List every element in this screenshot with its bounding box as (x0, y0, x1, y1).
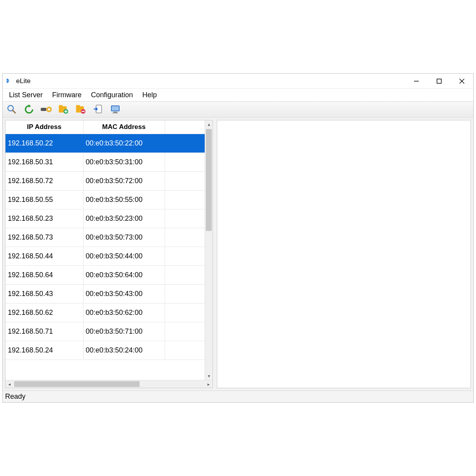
col-header-ip[interactable]: IP Address (5, 120, 83, 134)
cell-blank (165, 134, 205, 153)
folder-remove-icon[interactable] (75, 104, 87, 115)
statusbar: Ready (3, 391, 473, 402)
table-row[interactable]: 192.168.50.2300:e0:b3:50:23:00 (5, 209, 205, 228)
cell-blank (165, 153, 205, 171)
app-title: eLite (16, 77, 31, 85)
monitor-icon[interactable] (109, 104, 121, 115)
refresh-icon[interactable] (23, 104, 35, 115)
maximize-button[interactable] (428, 74, 451, 89)
horizontal-scrollbar[interactable]: ◂ ▸ (5, 380, 213, 388)
menu-firmware[interactable]: Firmware (47, 89, 86, 101)
svg-rect-6 (41, 108, 46, 111)
cell-blank (165, 247, 205, 265)
cell-ip: 192.168.50.73 (5, 228, 83, 247)
import-icon[interactable] (92, 104, 104, 115)
table-row[interactable]: 192.168.50.7200:e0:b3:50:72:00 (5, 171, 205, 190)
table-row[interactable]: 192.168.50.4300:e0:b3:50:43:00 (5, 284, 205, 303)
cell-ip: 192.168.50.71 (5, 322, 83, 341)
menu-configuration[interactable]: Configuration (86, 89, 138, 101)
table-row[interactable]: 192.168.50.2400:e0:b3:50:24:00 (5, 341, 205, 360)
menu-list-server[interactable]: List Server (4, 89, 47, 101)
app-window: eLite List Server Firmware Configuration… (2, 73, 474, 403)
cell-mac: 00:e0:b3:50:73:00 (83, 228, 165, 247)
cell-mac: 00:e0:b3:50:31:00 (83, 153, 165, 171)
cell-blank (165, 341, 205, 360)
content-area: IP Address MAC Address 192.168.50.2200:e… (3, 118, 473, 391)
table-row[interactable]: 192.168.50.7300:e0:b3:50:73:00 (5, 228, 205, 247)
svg-rect-21 (114, 112, 117, 113)
svg-rect-10 (59, 105, 63, 107)
window-controls (405, 74, 473, 89)
cell-blank (165, 265, 205, 284)
titlebar: eLite (3, 74, 473, 89)
folder-add-icon[interactable] (58, 104, 69, 115)
menubar: List Server Firmware Configuration Help (3, 89, 473, 101)
cell-ip: 192.168.50.24 (5, 341, 83, 360)
cell-mac: 00:e0:b3:50:62:00 (83, 303, 165, 322)
svg-rect-20 (112, 106, 119, 111)
cell-ip: 192.168.50.62 (5, 303, 83, 322)
toolbar (3, 101, 473, 118)
scroll-up-icon[interactable]: ▴ (205, 120, 213, 128)
table-row[interactable]: 192.168.50.5500:e0:b3:50:55:00 (5, 190, 205, 209)
cell-mac: 00:e0:b3:50:44:00 (83, 247, 165, 265)
scroll-thumb[interactable] (206, 129, 212, 231)
cell-mac: 00:e0:b3:50:22:00 (83, 134, 165, 153)
table-row[interactable]: 192.168.50.6400:e0:b3:50:64:00 (5, 265, 205, 284)
cell-blank (165, 284, 205, 303)
cell-mac: 00:e0:b3:50:23:00 (83, 209, 165, 228)
scroll-thumb-h[interactable] (14, 381, 140, 387)
cell-ip: 192.168.50.22 (5, 134, 83, 153)
search-icon[interactable] (6, 104, 18, 115)
key-icon[interactable] (40, 104, 52, 115)
cell-ip: 192.168.50.43 (5, 284, 83, 303)
cell-blank (165, 171, 205, 190)
cell-mac: 00:e0:b3:50:43:00 (83, 284, 165, 303)
cell-blank (165, 322, 205, 341)
svg-rect-15 (76, 105, 80, 107)
cell-blank (165, 303, 205, 322)
table-row[interactable]: 192.168.50.4400:e0:b3:50:44:00 (5, 247, 205, 265)
cell-mac: 00:e0:b3:50:64:00 (83, 265, 165, 284)
svg-rect-1 (437, 79, 441, 83)
table-row[interactable]: 192.168.50.6200:e0:b3:50:62:00 (5, 303, 205, 322)
cell-blank (165, 190, 205, 209)
svg-line-5 (13, 110, 15, 113)
status-text: Ready (5, 392, 25, 401)
server-list-panel: IP Address MAC Address 192.168.50.2200:e… (5, 120, 213, 388)
table-row[interactable]: 192.168.50.7100:e0:b3:50:71:00 (5, 322, 205, 341)
cell-mac: 00:e0:b3:50:24:00 (83, 341, 165, 360)
detail-panel (217, 120, 471, 388)
cell-mac: 00:e0:b3:50:55:00 (83, 190, 165, 209)
col-header-mac[interactable]: MAC Address (83, 120, 165, 134)
menu-help[interactable]: Help (138, 89, 162, 101)
app-icon (5, 77, 13, 85)
cell-blank (165, 228, 205, 247)
cell-blank (165, 209, 205, 228)
table-row[interactable]: 192.168.50.2200:e0:b3:50:22:00 (5, 134, 205, 153)
svg-rect-22 (113, 113, 118, 113)
cell-ip: 192.168.50.72 (5, 171, 83, 190)
cell-ip: 192.168.50.55 (5, 190, 83, 209)
server-table: IP Address MAC Address 192.168.50.2200:e… (5, 120, 205, 360)
cell-mac: 00:e0:b3:50:71:00 (83, 322, 165, 341)
svg-point-8 (48, 108, 50, 111)
close-button[interactable] (451, 74, 473, 89)
scroll-down-icon[interactable]: ▾ (205, 372, 213, 380)
cell-mac: 00:e0:b3:50:72:00 (83, 171, 165, 190)
cell-ip: 192.168.50.31 (5, 153, 83, 171)
cell-ip: 192.168.50.23 (5, 209, 83, 228)
scroll-left-icon[interactable]: ◂ (5, 380, 13, 388)
table-row[interactable]: 192.168.50.3100:e0:b3:50:31:00 (5, 153, 205, 171)
col-header-blank[interactable] (165, 120, 205, 134)
cell-ip: 192.168.50.44 (5, 247, 83, 265)
cell-ip: 192.168.50.64 (5, 265, 83, 284)
minimize-button[interactable] (405, 74, 428, 89)
vertical-scrollbar[interactable]: ▴ ▾ (205, 120, 213, 380)
scroll-right-icon[interactable]: ▸ (205, 380, 213, 388)
